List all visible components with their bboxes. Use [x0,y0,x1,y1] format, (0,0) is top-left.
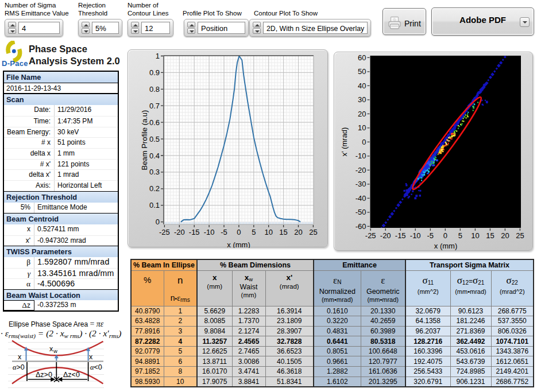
svg-text:20: 20 [501,231,509,240]
svg-text:15: 15 [279,228,287,236]
svg-text:Beam Profile (a.u): Beam Profile (a.u) [140,110,149,170]
svg-text:10: 10 [471,231,479,240]
svg-text:0.9: 0.9 [149,68,160,77]
svg-text:0.8: 0.8 [149,85,160,94]
svg-text:-20: -20 [380,231,391,240]
svg-text:x (mm): x (mm) [434,242,457,250]
svg-text:-40: -40 [356,194,366,203]
svg-text:w: w [53,348,57,354]
svg-text:0.3: 0.3 [149,168,160,176]
svg-text:5: 5 [458,231,462,240]
svg-text:0: 0 [362,138,366,146]
svg-text:0: 0 [443,231,447,240]
svg-text:0.2: 0.2 [149,184,160,193]
svg-text:x (mm): x (mm) [227,240,250,248]
svg-text:-15: -15 [395,231,406,240]
svg-text:-5: -5 [427,231,434,240]
svg-text:x: x [89,353,93,361]
svg-text:x' (mrad): x' (mrad) [340,127,349,157]
svg-text:0.7: 0.7 [149,102,160,110]
svg-text:Δz>0: Δz>0 [36,371,52,379]
svg-text:-25: -25 [159,228,170,236]
svg-text:30: 30 [358,95,366,104]
svg-text:50: 50 [358,67,366,76]
svg-text:20: 20 [358,110,366,118]
svg-text:-30: -30 [356,180,366,188]
svg-text:α>0: α>0 [13,363,25,371]
svg-text:-25: -25 [365,231,376,240]
svg-text:25: 25 [309,228,317,236]
svg-text:15: 15 [486,231,494,240]
svg-text:1: 1 [156,52,160,60]
svg-text:5: 5 [252,228,256,236]
svg-text:0.6: 0.6 [149,118,160,127]
svg-text:-20: -20 [174,228,185,236]
svg-text:0.5: 0.5 [149,135,160,143]
svg-text:-60: -60 [356,222,366,231]
svg-text:-10: -10 [204,228,215,236]
svg-text:10: 10 [264,228,272,236]
svg-text:25: 25 [516,231,524,240]
svg-text:-10: -10 [356,152,366,160]
svg-text:0.1: 0.1 [149,201,160,209]
svg-text:x: x [18,353,22,361]
svg-text:α<0: α<0 [90,363,102,371]
svg-text:-5: -5 [221,228,227,236]
svg-text:-15: -15 [189,228,200,236]
svg-text:10: 10 [358,123,366,132]
svg-text:-10: -10 [410,231,421,240]
svg-text:40: 40 [358,81,366,90]
svg-text:0.4: 0.4 [149,152,160,160]
svg-text:60: 60 [358,53,366,62]
svg-text:0: 0 [156,218,160,226]
svg-text:-20: -20 [356,166,366,174]
svg-text:20: 20 [294,228,302,236]
svg-text:0: 0 [237,228,241,236]
svg-text:x: x [49,345,53,353]
svg-text:Δz<0: Δz<0 [63,371,80,379]
svg-text:-50: -50 [356,208,366,216]
